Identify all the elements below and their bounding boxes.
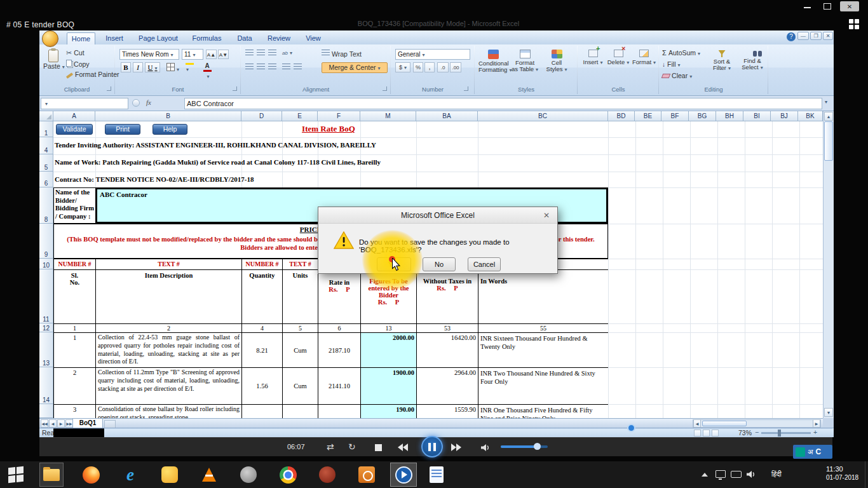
font-family-select[interactable]: Times New Rom xyxy=(119,49,179,60)
cell-index[interactable]: 6 xyxy=(318,324,361,333)
number-format-select[interactable]: General xyxy=(395,49,470,60)
col-header-bf[interactable]: BF xyxy=(661,111,689,121)
cell-type[interactable]: TEXT # xyxy=(283,259,318,270)
tray-keyboard-icon[interactable] xyxy=(731,471,742,478)
sort-filter-button[interactable]: Sort & Filter xyxy=(708,48,736,85)
cell-total[interactable]: 1559.90 xyxy=(417,405,478,418)
tray-clock[interactable]: 11:30 01-07-2018 xyxy=(826,464,858,482)
vertical-scroll-thumb[interactable] xyxy=(824,121,833,161)
col-header-d[interactable]: D xyxy=(241,111,282,121)
print-button[interactable]: Print xyxy=(105,124,140,135)
taskbar-vlc[interactable] xyxy=(197,463,221,487)
zoom-slider-track[interactable] xyxy=(761,432,811,434)
cell-index[interactable]: 4 xyxy=(242,324,283,333)
horizontal-scroll-thumb[interactable] xyxy=(702,421,747,426)
taskbar-internet-explorer[interactable]: e xyxy=(118,463,142,487)
taskbar-app-yellow[interactable] xyxy=(158,463,182,487)
no-button[interactable]: No xyxy=(423,257,456,271)
tray-volume-icon[interactable] xyxy=(746,470,756,478)
repeat-icon[interactable]: ↻ xyxy=(348,442,356,451)
name-box[interactable] xyxy=(41,98,128,109)
taskbar-firefox[interactable] xyxy=(79,463,103,487)
zoom-out-icon[interactable]: − xyxy=(755,428,759,436)
grow-font-button[interactable] xyxy=(206,50,217,59)
player-maximize-button[interactable] xyxy=(820,1,835,11)
tray-display-icon[interactable] xyxy=(715,470,726,478)
align-top-icon[interactable] xyxy=(245,50,254,57)
conditional-formatting-button[interactable]: Conditional Formatting xyxy=(478,48,508,85)
borders-button[interactable] xyxy=(166,63,179,72)
cell-index[interactable]: 1 xyxy=(54,324,96,333)
col-header-e[interactable]: E xyxy=(282,111,318,121)
increase-indent-icon[interactable] xyxy=(294,64,302,71)
cell-sl[interactable]: 1 xyxy=(54,333,96,368)
decrease-decimal-button[interactable] xyxy=(450,62,461,72)
cell-unit[interactable]: Cum xyxy=(283,368,318,405)
fast-forward-icon[interactable] xyxy=(451,444,461,452)
comma-format-button[interactable] xyxy=(424,62,435,72)
increase-decimal-button[interactable] xyxy=(437,62,449,72)
bold-button[interactable]: B xyxy=(121,62,131,72)
col-header-bh[interactable]: BH xyxy=(716,111,743,121)
row-header[interactable]: 10 xyxy=(39,259,53,269)
align-left-icon[interactable] xyxy=(245,64,254,71)
paste-button[interactable]: Paste xyxy=(43,48,64,84)
header-without-taxes[interactable]: Without Taxes in Rs. P xyxy=(417,270,478,324)
orientation-icon[interactable] xyxy=(282,48,292,56)
align-right-icon[interactable] xyxy=(268,64,276,71)
cell-words[interactable]: INR Sixteen Thousand Four Hundred & Twen… xyxy=(478,333,608,368)
scroll-up-icon[interactable]: ▲ xyxy=(824,112,833,121)
copy-button[interactable]: Copy xyxy=(66,60,90,68)
font-size-select[interactable]: 11 xyxy=(182,49,203,60)
cell-bidder-label[interactable]: Name of the Bidder/ Bidding Firm / Compa… xyxy=(54,188,96,223)
col-header-bi[interactable]: BI xyxy=(743,111,771,121)
shrink-font-button[interactable] xyxy=(218,50,229,59)
cell-entered-rate[interactable]: 190.00 xyxy=(361,405,417,418)
page-break-view-icon[interactable] xyxy=(712,430,719,437)
cell-total[interactable]: 2964.00 xyxy=(417,368,478,405)
taskbar-writer[interactable] xyxy=(424,463,449,487)
boq-title[interactable]: Item Rate BoQ xyxy=(263,124,394,134)
cell-styles-button[interactable]: Cell Styles xyxy=(541,48,572,85)
header-in-words[interactable]: In Words xyxy=(478,270,608,324)
find-select-button[interactable]: Find & Select xyxy=(738,48,766,85)
volume-icon[interactable] xyxy=(480,444,491,452)
font-color-button[interactable] xyxy=(202,62,212,79)
cell-words[interactable]: INR Two Thousand Nine Hundred & Sixty Fo… xyxy=(478,368,608,405)
cell-index[interactable]: 13 xyxy=(361,324,417,333)
tab-insert[interactable]: Insert xyxy=(100,32,128,44)
accounting-format-button[interactable] xyxy=(395,62,410,72)
underline-button[interactable]: U xyxy=(145,62,160,72)
excel-restore-button[interactable]: ❐ xyxy=(810,32,822,40)
header-rate[interactable]: Rate in Rs. P xyxy=(318,270,361,324)
cell-quantity[interactable]: 8.21 xyxy=(242,333,283,368)
row-header[interactable]: 13 xyxy=(39,332,53,367)
first-sheet-icon[interactable]: ◀◀ xyxy=(41,419,48,428)
font-dialog-launcher[interactable] xyxy=(233,86,237,91)
pause-button[interactable] xyxy=(421,436,443,458)
excel-close-button[interactable]: ✕ xyxy=(823,32,833,40)
col-header-a[interactable]: A xyxy=(53,111,95,121)
sheet-tab-boq1[interactable]: BoQ1 xyxy=(72,419,103,428)
cancel-button[interactable]: Cancel xyxy=(468,257,501,271)
align-bottom-icon[interactable] xyxy=(268,50,276,57)
taskbar-file-explorer[interactable] xyxy=(39,463,64,487)
col-header-m[interactable]: M xyxy=(360,111,416,121)
cell-quantity[interactable] xyxy=(242,405,283,418)
insert-function-button[interactable]: fx xyxy=(146,98,151,106)
col-header-bg[interactable]: BG xyxy=(689,111,716,121)
vertical-scrollbar[interactable]: ▲ ▼ xyxy=(823,111,834,418)
horizontal-scrollbar[interactable]: ◀ ▶ xyxy=(693,419,821,428)
row-header[interactable]: 8 xyxy=(39,187,53,224)
autosum-button[interactable]: AutoSum xyxy=(662,49,700,57)
tab-home[interactable]: Home xyxy=(67,32,95,44)
col-header-bk[interactable]: BK xyxy=(798,111,823,121)
zoom-slider-handle[interactable] xyxy=(778,430,781,437)
rewind-icon[interactable] xyxy=(398,444,408,452)
cell-sl[interactable]: 2 xyxy=(54,368,96,405)
alignment-dialog-launcher[interactable] xyxy=(383,86,387,91)
select-all-corner[interactable] xyxy=(39,111,53,121)
validate-button[interactable]: Validate xyxy=(56,124,93,135)
scroll-right-icon[interactable]: ▶ xyxy=(813,419,820,428)
col-header-bj[interactable]: BJ xyxy=(771,111,798,121)
